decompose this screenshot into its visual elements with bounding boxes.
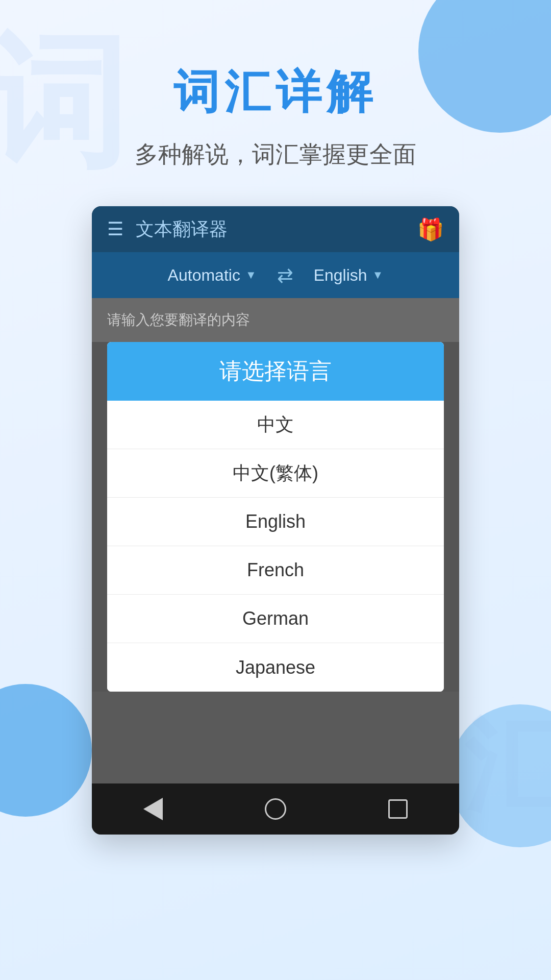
source-language-label: Automatic [168, 266, 240, 285]
nav-home-button[interactable] [255, 794, 296, 824]
app-title: 文本翻译器 [136, 217, 417, 242]
language-item-ja[interactable]: Japanese [107, 643, 444, 692]
bottom-gray-area [92, 692, 459, 783]
language-list: 中文 中文(繁体) English French German [107, 401, 444, 692]
target-language-button[interactable]: English ▼ [314, 266, 384, 285]
lang-selector-bar: Automatic ▼ ⇄ English ▼ [92, 252, 459, 298]
language-select-dialog: 请选择语言 中文 中文(繁体) English French [107, 342, 444, 692]
app-topbar: ☰ 文本翻译器 🎁 [92, 206, 459, 252]
language-label-zh-tw: 中文(繁体) [233, 461, 318, 486]
dialog-title: 请选择语言 [219, 358, 332, 383]
input-placeholder-text: 请输入您要翻译的内容 [107, 312, 250, 328]
content-wrapper: 词汇详解 多种解说，词汇掌握更全面 ☰ 文本翻译器 🎁 Automatic ▼ … [0, 0, 551, 835]
language-item-fr[interactable]: French [107, 546, 444, 595]
language-label-en: English [245, 511, 306, 532]
target-language-label: English [314, 266, 367, 285]
nav-recent-button[interactable] [378, 794, 418, 824]
target-lang-chevron-icon: ▼ [372, 268, 384, 282]
language-item-en[interactable]: English [107, 498, 444, 546]
source-language-button[interactable]: Automatic ▼ [168, 266, 257, 285]
menu-icon[interactable]: ☰ [107, 218, 123, 240]
nav-home-icon [265, 798, 286, 820]
language-label-ja: Japanese [236, 657, 315, 678]
translation-input-area[interactable]: 请输入您要翻译的内容 [92, 298, 459, 342]
source-lang-chevron-icon: ▼ [245, 268, 257, 282]
app-mockup: ☰ 文本翻译器 🎁 Automatic ▼ ⇄ English ▼ 请输入您要翻… [92, 206, 459, 835]
language-label-de: German [242, 608, 309, 629]
nav-recent-icon [388, 799, 408, 819]
gift-icon[interactable]: 🎁 [417, 217, 444, 242]
page-subtitle: 多种解说，词汇掌握更全面 [135, 139, 416, 170]
language-label-zh: 中文 [257, 412, 294, 437]
android-navbar [92, 783, 459, 835]
language-item-zh-tw[interactable]: 中文(繁体) [107, 449, 444, 498]
dialog-overlay: 请选择语言 中文 中文(繁体) English French [92, 342, 459, 783]
language-item-zh[interactable]: 中文 [107, 401, 444, 449]
swap-languages-icon[interactable]: ⇄ [277, 264, 293, 286]
language-item-de[interactable]: German [107, 595, 444, 643]
dialog-header: 请选择语言 [107, 342, 444, 401]
language-label-fr: French [247, 559, 304, 581]
nav-back-icon [143, 798, 163, 820]
page-title: 词汇详解 [173, 61, 378, 124]
nav-back-button[interactable] [133, 794, 173, 824]
